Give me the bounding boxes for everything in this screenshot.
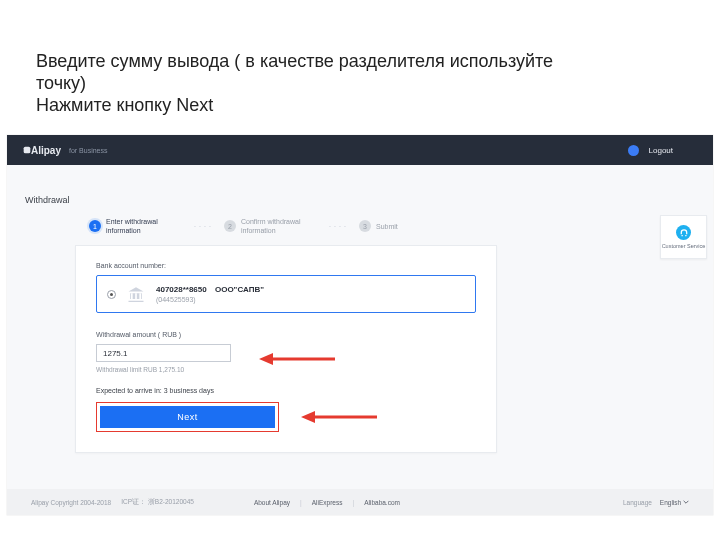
step-1: 1 Enter withdrawal information: [89, 217, 184, 235]
radio-selected[interactable]: [107, 290, 116, 299]
footer-about[interactable]: About Alipay: [254, 499, 290, 506]
chevron-down-icon: [683, 499, 689, 505]
avatar[interactable]: [628, 145, 639, 156]
footer-alibaba[interactable]: Alibaba.com: [364, 499, 400, 506]
brand-logo[interactable]: Alipay for Business: [23, 144, 108, 156]
instruction-line-1: Введите сумму вывода ( в качестве раздел…: [36, 50, 596, 94]
bank-account-option[interactable]: 407028**8650 ООО"САПВ" (044525593): [96, 275, 476, 313]
bank-org: ООО"САПВ": [215, 285, 264, 294]
eta-text: Expected to arrive in: 3 business days: [96, 387, 476, 394]
svg-rect-0: [24, 147, 31, 154]
step-3: 3 Submit: [359, 220, 398, 232]
instruction-text: Введите сумму вывода ( в качестве раздел…: [36, 50, 596, 116]
topbar: Alipay for Business Logout: [7, 135, 713, 165]
brand-sub: for Business: [69, 147, 108, 154]
wizard-steps: 1 Enter withdrawal information ···· 2 Co…: [89, 217, 398, 235]
withdrawal-amount-input[interactable]: [96, 344, 231, 362]
language-label: Language: [623, 499, 652, 506]
embedded-screenshot: Alipay for Business Logout Withdrawal 1 …: [7, 135, 713, 515]
footer: Alipay Copyright 2004-2018 ICP证： 浙B2-201…: [7, 489, 713, 515]
footer-icp: ICP证： 浙B2-20120045: [121, 498, 194, 507]
alipay-icon: [23, 144, 31, 156]
bank-account-label: Bank account number:: [96, 262, 476, 269]
bank-icon: [126, 284, 146, 304]
page-title: Withdrawal: [25, 195, 70, 205]
next-highlight: Next: [96, 402, 279, 432]
language-select[interactable]: English: [660, 499, 689, 506]
customer-service-widget[interactable]: Customer Service: [660, 215, 707, 259]
footer-copyright: Alipay Copyright 2004-2018: [31, 499, 111, 506]
logout-link[interactable]: Logout: [649, 146, 673, 155]
withdrawal-card: Bank account number: 407028**8650 ООО"СА…: [75, 245, 497, 453]
headset-icon: [676, 225, 691, 240]
footer-aliexpress[interactable]: AliExpress: [312, 499, 343, 506]
bank-bic: (044525593): [156, 296, 264, 303]
step-2: 2 Confirm withdrawal information: [224, 217, 319, 235]
instruction-line-2: Нажмите кнопку Next: [36, 94, 596, 116]
withdrawal-limit: Withdrawal limit RUB 1,275.10: [96, 366, 476, 373]
amount-label: Withdrawal amount ( RUB ): [96, 331, 476, 338]
bank-masked: 407028**8650: [156, 285, 207, 294]
next-button[interactable]: Next: [100, 406, 275, 428]
